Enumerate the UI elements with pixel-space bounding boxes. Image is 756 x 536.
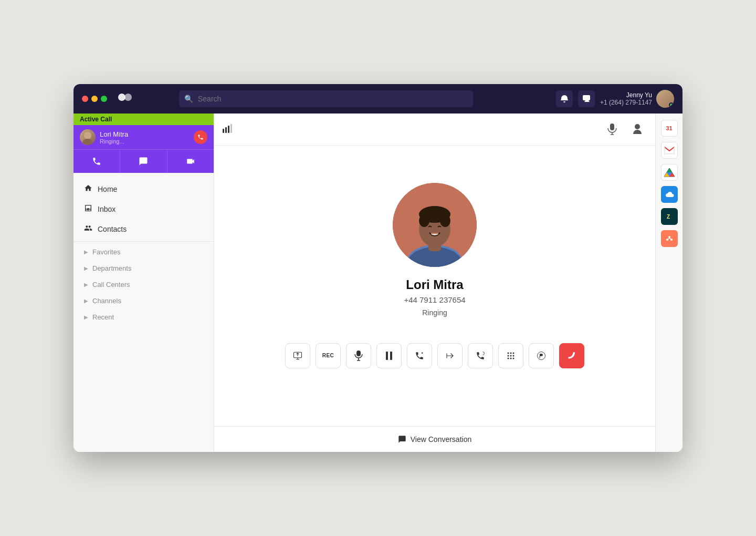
active-call-panel: Active Call Lori Mitra Ringing... bbox=[74, 114, 214, 173]
sidebar-item-departments[interactable]: ▶ Departments bbox=[74, 260, 214, 276]
svg-point-3 bbox=[84, 132, 91, 139]
chevron-channels-icon: ▶ bbox=[84, 298, 88, 304]
svg-text:Z: Z bbox=[667, 214, 670, 220]
mute-btn[interactable] bbox=[346, 343, 371, 368]
call-btn[interactable] bbox=[74, 150, 120, 173]
gmail-icon bbox=[664, 146, 675, 154]
sidebar-item-inbox[interactable]: Inbox bbox=[74, 199, 214, 219]
microphone-icon-btn[interactable] bbox=[603, 120, 622, 139]
caller-phone: +44 7911 237654 bbox=[404, 295, 465, 304]
user-info: Jenny Yu +1 (264) 279-1147 bbox=[600, 90, 674, 108]
screen-share-btn[interactable] bbox=[285, 343, 310, 368]
hangup-btn[interactable] bbox=[559, 343, 584, 368]
avatar bbox=[656, 90, 674, 108]
user-name: Jenny Yu bbox=[600, 91, 652, 99]
search-input[interactable] bbox=[179, 90, 473, 107]
transfer-btn[interactable] bbox=[437, 343, 463, 368]
nav-divider bbox=[74, 241, 214, 242]
home-label: Home bbox=[98, 185, 117, 193]
call-controls: REC bbox=[285, 343, 584, 368]
traffic-lights bbox=[82, 96, 107, 102]
app-logo bbox=[118, 91, 134, 107]
svg-point-31 bbox=[513, 355, 514, 356]
contacts-label: Contacts bbox=[98, 225, 127, 233]
person-icon-btn[interactable] bbox=[628, 120, 647, 139]
favorites-label: Favorites bbox=[92, 248, 120, 256]
svg-point-27 bbox=[510, 352, 512, 354]
svg-point-19 bbox=[419, 214, 429, 227]
channels-label: Channels bbox=[92, 297, 121, 305]
departments-label: Departments bbox=[92, 264, 131, 272]
svg-rect-22 bbox=[356, 351, 361, 356]
chevron-callcenters-icon: ▶ bbox=[84, 282, 88, 287]
svg-rect-8 bbox=[230, 124, 232, 133]
active-call-row: Lori Mitra Ringing... bbox=[74, 125, 214, 149]
zendesk-icon: Z bbox=[665, 212, 674, 221]
caller-photo bbox=[393, 183, 477, 267]
view-conversation-label: View Conversation bbox=[411, 435, 471, 444]
sms-btn[interactable] bbox=[120, 150, 167, 173]
cloud-app-icon[interactable] bbox=[661, 186, 678, 203]
keypad-btn[interactable] bbox=[498, 343, 523, 368]
contacts-icon bbox=[84, 224, 92, 234]
close-button[interactable] bbox=[82, 96, 88, 102]
svg-point-4 bbox=[82, 139, 93, 145]
svg-point-20 bbox=[440, 214, 450, 227]
pause-btn[interactable] bbox=[376, 343, 402, 368]
sidebar: Active Call Lori Mitra Ringing... bbox=[74, 114, 214, 452]
recent-label: Recent bbox=[92, 313, 114, 321]
rec-label: REC bbox=[322, 353, 334, 358]
notification-icon-btn[interactable] bbox=[556, 90, 573, 107]
park-btn[interactable] bbox=[529, 343, 554, 368]
conversation-icon bbox=[398, 435, 406, 444]
svg-point-38 bbox=[665, 234, 674, 243]
video-btn[interactable] bbox=[167, 150, 214, 173]
sidebar-item-recent[interactable]: ▶ Recent bbox=[74, 309, 214, 325]
online-indicator bbox=[669, 102, 674, 107]
svg-rect-23 bbox=[386, 352, 388, 360]
titlebar-right: Jenny Yu +1 (264) 279-1147 bbox=[556, 90, 674, 108]
caller-status: Ringing bbox=[422, 308, 447, 317]
chat-icon-btn[interactable] bbox=[578, 90, 595, 107]
cloud-icon bbox=[664, 190, 675, 199]
chevron-departments-icon: ▶ bbox=[84, 265, 88, 271]
add-call-btn[interactable] bbox=[407, 343, 432, 368]
svg-point-33 bbox=[510, 357, 512, 359]
inbox-icon bbox=[84, 204, 92, 214]
call-centers-label: Call Centers bbox=[92, 281, 130, 288]
svg-rect-6 bbox=[225, 127, 227, 133]
svg-point-32 bbox=[508, 357, 509, 359]
hangup-small-btn[interactable] bbox=[194, 130, 207, 144]
contact-status-small: Ringing... bbox=[100, 138, 128, 145]
svg-rect-5 bbox=[223, 129, 224, 133]
sidebar-item-channels[interactable]: ▶ Channels bbox=[74, 293, 214, 309]
sidebar-item-favorites[interactable]: ▶ Favorites bbox=[74, 244, 214, 260]
chevron-recent-icon: ▶ bbox=[84, 314, 88, 320]
call-center: Lori Mitra +44 7911 237654 Ringing bbox=[214, 146, 655, 426]
svg-point-26 bbox=[508, 352, 509, 354]
view-conversation-bar[interactable]: View Conversation bbox=[214, 426, 655, 452]
svg-rect-9 bbox=[610, 123, 614, 130]
svg-point-39 bbox=[668, 236, 670, 238]
contact-avatar-small bbox=[80, 129, 96, 145]
sidebar-item-home[interactable]: Home bbox=[74, 179, 214, 199]
svg-point-1 bbox=[124, 94, 132, 101]
active-call-label: Active Call bbox=[74, 114, 214, 125]
zendesk-app-icon[interactable]: Z bbox=[661, 208, 678, 225]
maximize-button[interactable] bbox=[101, 96, 107, 102]
titlebar: 🔍 Jenny Yu +1 (264) 279-1147 bbox=[74, 84, 682, 114]
svg-point-30 bbox=[510, 355, 512, 356]
svg-rect-24 bbox=[390, 352, 392, 360]
record-btn[interactable]: REC bbox=[316, 343, 341, 368]
calendar-app-icon[interactable]: 31 bbox=[661, 120, 678, 137]
svg-point-28 bbox=[513, 352, 514, 354]
svg-rect-7 bbox=[228, 126, 229, 133]
calendar-label: 31 bbox=[666, 125, 672, 131]
gmail-app-icon[interactable] bbox=[661, 142, 678, 159]
hubspot-app-icon[interactable] bbox=[661, 230, 678, 247]
callback-btn[interactable] bbox=[468, 343, 493, 368]
drive-app-icon[interactable] bbox=[661, 164, 678, 181]
sidebar-item-call-centers[interactable]: ▶ Call Centers bbox=[74, 276, 214, 293]
minimize-button[interactable] bbox=[91, 96, 98, 102]
sidebar-item-contacts[interactable]: Contacts bbox=[74, 219, 214, 239]
